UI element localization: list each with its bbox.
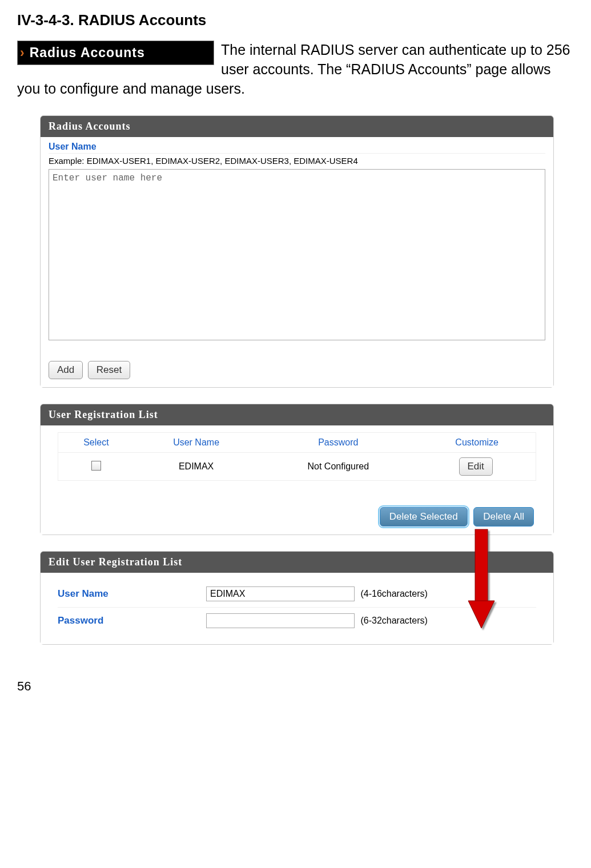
example-text: Example: EDIMAX-USER1, EDIMAX-USER2, EDI… bbox=[41, 155, 553, 169]
table-row: EDIMAX Not Configured Edit bbox=[58, 453, 536, 481]
intro-paragraph: ›Radius Accounts The internal RADIUS ser… bbox=[17, 41, 574, 98]
add-button[interactable]: Add bbox=[49, 361, 83, 379]
delete-all-button[interactable]: Delete All bbox=[473, 507, 534, 527]
panel-title-user-registration: User Registration List bbox=[41, 404, 553, 425]
nav-badge-label: Radius Accounts bbox=[30, 45, 145, 60]
panel-radius-accounts: Radius Accounts User Name Example: EDIMA… bbox=[40, 115, 554, 388]
edit-password-input[interactable] bbox=[206, 613, 355, 628]
user-registration-table: Select User Name Password Customize EDIM… bbox=[58, 432, 536, 481]
col-password: Password bbox=[258, 433, 418, 453]
col-select: Select bbox=[58, 433, 134, 453]
page-number: 56 bbox=[17, 679, 574, 694]
username-label: User Name bbox=[49, 142, 545, 154]
panel-title-edit-user-registration: Edit User Registration List bbox=[41, 552, 553, 573]
panel-edit-user-registration: Edit User Registration List User Name (4… bbox=[40, 551, 554, 645]
section-heading: IV-3-4-3. RADIUS Accounts bbox=[17, 11, 574, 29]
col-customize: Customize bbox=[418, 433, 536, 453]
edit-button[interactable]: Edit bbox=[459, 457, 493, 476]
edit-password-label: Password bbox=[58, 615, 206, 626]
delete-selected-button[interactable]: Delete Selected bbox=[380, 507, 468, 527]
col-username: User Name bbox=[134, 433, 258, 453]
cell-username: EDIMAX bbox=[134, 453, 258, 481]
password-hint: (6-32characters) bbox=[360, 616, 427, 625]
row-checkbox[interactable] bbox=[91, 461, 101, 471]
cell-password: Not Configured bbox=[258, 453, 418, 481]
username-textarea[interactable] bbox=[49, 169, 545, 340]
username-hint: (4-16characters) bbox=[360, 589, 427, 598]
panel-title-radius-accounts: Radius Accounts bbox=[41, 116, 553, 137]
chevron-right-icon: › bbox=[20, 45, 25, 60]
panel-user-registration-list: User Registration List Select User Name … bbox=[40, 404, 554, 535]
edit-username-input[interactable] bbox=[206, 586, 355, 601]
reset-button[interactable]: Reset bbox=[88, 361, 130, 379]
nav-badge-radius-accounts: ›Radius Accounts bbox=[17, 41, 214, 65]
edit-username-label: User Name bbox=[58, 588, 206, 600]
